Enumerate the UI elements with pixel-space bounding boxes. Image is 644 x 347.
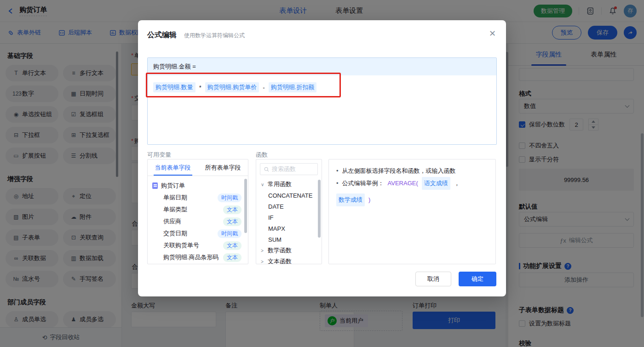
close-icon[interactable]: ✕	[489, 29, 496, 38]
field-type-badge: 时间戳	[218, 193, 242, 202]
bullet-dot: •	[336, 177, 339, 189]
functions-panel: 搜索函数 ∨ 常用函数 CONCATENATEDATEIFMAPXSUM > 数…	[256, 159, 322, 264]
form-doc-icon	[152, 182, 158, 189]
formula-target: 购货明细.金额 =	[148, 58, 496, 75]
formula-editor-modal: 公式编辑 使用数学运算符编辑公式 ✕ 购货明细.金额 = 购货明细.数量*购货明…	[138, 20, 506, 296]
field-type-badge: 文本	[223, 217, 242, 226]
variable-field-row[interactable]: 单据日期 时间戳	[148, 192, 248, 204]
formula-token[interactable]: 购货明细.折扣额	[269, 82, 317, 92]
field-type-badge: 文本	[223, 253, 242, 262]
variables-label: 可用变量	[147, 151, 171, 159]
field-type-badge: 时间戳	[218, 229, 242, 238]
function-group-text[interactable]: > 文本函数	[256, 256, 322, 264]
formula-token[interactable]: -	[263, 84, 264, 91]
formula-token[interactable]: 购货明细.购货单价	[205, 82, 259, 92]
formula-help-panel: • 从左侧面板选择字段名和函数，或输入函数 • 公式编辑举例： AVERAGE(…	[328, 159, 496, 264]
search-placeholder: 搜索函数	[272, 165, 296, 173]
modal-header: 公式编辑 使用数学运算符编辑公式	[147, 30, 245, 40]
variable-field-row[interactable]: 单据类型 文本	[148, 204, 248, 216]
variables-root-node[interactable]: 购货订单	[148, 180, 248, 192]
variable-field-row[interactable]: 供应商 文本	[148, 216, 248, 228]
tab-all-form-fields[interactable]: 所有表单字段	[198, 159, 248, 176]
example-field-chip: 语文成绩	[422, 177, 450, 190]
help-line-2: • 公式编辑举例： AVERAGE( 语文成绩 ， 数学成绩 )	[336, 177, 488, 206]
formula-token[interactable]: 购货明细.数量	[153, 82, 196, 92]
field-type-badge: 文本	[223, 205, 242, 214]
function-item[interactable]: DATE	[256, 201, 322, 212]
confirm-button[interactable]: 确定	[459, 272, 496, 286]
example-field-chip: 数学成绩	[336, 193, 365, 206]
function-item[interactable]: IF	[256, 212, 322, 223]
chevron-expanded-icon: ∨	[261, 182, 265, 187]
variables-scrollbar[interactable]	[244, 179, 247, 233]
function-item[interactable]: MAPX	[256, 223, 322, 234]
cancel-button[interactable]: 取消	[415, 272, 451, 286]
search-icon	[264, 166, 270, 172]
variables-tabs: 当前表单字段 所有表单字段	[148, 159, 248, 176]
function-search-input[interactable]: 搜索函数	[260, 163, 318, 175]
field-type-badge: 文本	[223, 241, 242, 250]
variable-field-row[interactable]: 购货明细.商品条形码 文本	[148, 251, 248, 263]
chevron-collapsed-icon: >	[261, 259, 265, 264]
function-item[interactable]: CONCATENATE	[256, 190, 322, 201]
common-functions-list: CONCATENATEDATEIFMAPXSUM	[256, 190, 322, 245]
functions-label: 函数	[256, 151, 268, 159]
modal-footer: 取消 确定	[415, 272, 496, 286]
bullet-dot: •	[336, 165, 339, 177]
help-line-1: • 从左侧面板选择字段名和函数，或输入函数	[336, 165, 488, 177]
functions-scrollbar[interactable]	[318, 180, 321, 238]
modal-title: 公式编辑	[147, 30, 177, 40]
example-function-open: AVERAGE(	[388, 177, 418, 189]
variable-field-row[interactable]: 交货日期 时间戳	[148, 228, 248, 239]
variables-list: 单据日期 时间戳 单据类型 文本 供应商 文本 交货日期 时间戳 关联购	[148, 192, 248, 263]
app-root: 购货订单 表单设计 表单设置 数据管理 存 表单外链	[0, 0, 644, 347]
variables-tree: 购货订单 单据日期 时间戳 单据类型 文本 供应商 文本 交货日期	[148, 176, 248, 263]
variables-panel: 当前表单字段 所有表单字段 购货订单 单据日期 时间戳 单据类型 文本	[147, 159, 248, 264]
formula-token[interactable]: *	[199, 84, 201, 91]
formula-expression[interactable]: 购货明细.数量*购货明细.购货单价-购货明细.折扣额	[148, 75, 496, 99]
example-function-close: )	[368, 194, 370, 206]
chevron-collapsed-icon: >	[261, 248, 265, 253]
function-item[interactable]: SUM	[256, 234, 322, 245]
variable-field-row[interactable]: 关联购货单号 文本	[148, 239, 248, 251]
tab-current-form-fields[interactable]: 当前表单字段	[148, 159, 198, 176]
function-group-math[interactable]: > 数学函数	[256, 245, 322, 256]
modal-subtitle: 使用数学运算符编辑公式	[184, 32, 245, 40]
formula-editor: 购货明细.金额 = 购货明细.数量*购货明细.购货单价-购货明细.折扣额	[147, 57, 497, 145]
function-group-common[interactable]: ∨ 常用函数	[256, 179, 322, 190]
